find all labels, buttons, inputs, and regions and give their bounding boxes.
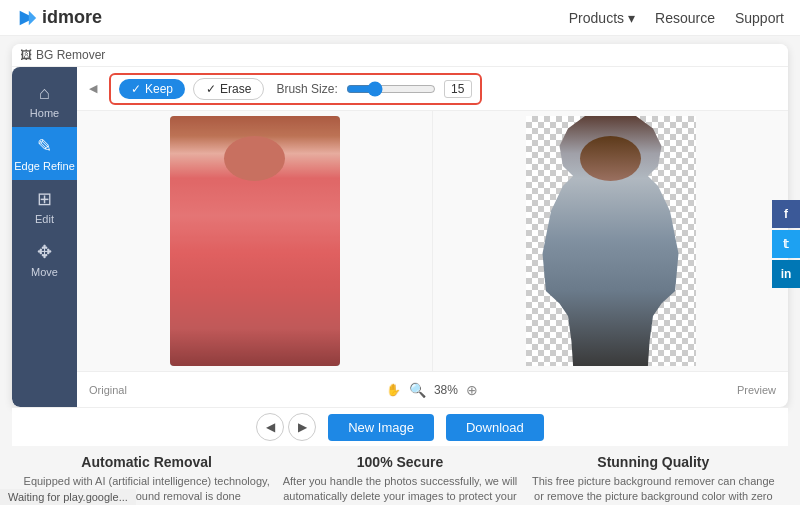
prev-arrow-button[interactable]: ◀: [256, 413, 284, 441]
edit-icon: ⊞: [37, 188, 52, 210]
feature-secure-desc: After you handle the photos successfully…: [273, 474, 526, 505]
sidebar-edge-label: Edge Refine: [14, 160, 75, 172]
zoom-out-icon[interactable]: 🔍: [409, 382, 426, 398]
hand-icon[interactable]: ✋: [386, 383, 401, 397]
zoom-in-icon[interactable]: ⊕: [466, 382, 478, 398]
brush-size-slider[interactable]: [346, 81, 436, 97]
logo-icon: [16, 7, 38, 29]
back-arrow-icon[interactable]: ◀: [89, 82, 97, 95]
keep-check-icon: ✓: [131, 82, 141, 96]
bg-remover-icon: 🖼: [20, 48, 32, 62]
sidebar-move-label: Move: [31, 266, 58, 278]
products-label: Products: [569, 10, 624, 26]
logo[interactable]: idmore: [16, 7, 102, 29]
resource-link[interactable]: Resource: [655, 10, 715, 26]
feature-secure: 100% Secure After you handle the photos …: [273, 454, 526, 505]
preview-label: Preview: [737, 384, 776, 396]
svg-marker-1: [29, 10, 36, 25]
new-image-button[interactable]: New Image: [328, 414, 434, 441]
nav-arrows: ◀ ▶: [256, 413, 316, 441]
erase-label: Erase: [220, 82, 251, 96]
keep-label: Keep: [145, 82, 173, 96]
edge-refine-icon: ✎: [37, 135, 52, 157]
toolbar-controls: ✓ Keep ✓ Erase Brush Size: 15: [109, 73, 482, 105]
feature-quality: Stunning Quality This free picture backg…: [527, 454, 780, 505]
sidebar-edit-label: Edit: [35, 213, 54, 225]
status-bar: Waiting for play.google...: [0, 489, 136, 505]
facebook-button[interactable]: f: [772, 200, 800, 228]
image-panels: [77, 111, 788, 371]
result-image-container: [526, 116, 696, 366]
twitter-icon: 𝕥: [783, 237, 789, 251]
linkedin-icon: in: [781, 267, 792, 281]
navbar-links: Products ▾ Resource Support: [569, 10, 784, 26]
keep-button[interactable]: ✓ Keep: [119, 79, 185, 99]
feature-quality-title: Stunning Quality: [527, 454, 780, 470]
original-panel: [77, 111, 433, 371]
logo-text: idmore: [42, 7, 102, 28]
feature-secure-title: 100% Secure: [273, 454, 526, 470]
brush-size-label: Brush Size:: [276, 82, 337, 96]
status-text: Waiting for play.google...: [8, 491, 128, 503]
linkedin-button[interactable]: in: [772, 260, 800, 288]
products-link[interactable]: Products ▾: [569, 10, 635, 26]
social-sidebar: f 𝕥 in: [772, 200, 800, 288]
facebook-icon: f: [784, 207, 788, 221]
tool-toolbar: ◀ ✓ Keep ✓ Erase Brush Size: 15: [77, 67, 788, 111]
panel-title: BG Remover: [36, 48, 105, 62]
next-arrow-button[interactable]: ▶: [288, 413, 316, 441]
move-icon: ✥: [37, 241, 52, 263]
tool-bottom-bar: Original ✋ 🔍 38% ⊕ Preview: [77, 371, 788, 407]
original-label: Original: [89, 384, 127, 396]
panel-header: 🖼 BG Remover: [12, 44, 788, 67]
sidebar-item-home[interactable]: ⌂ Home: [12, 75, 77, 127]
erase-button[interactable]: ✓ Erase: [193, 78, 264, 100]
sidebar-item-edge-refine[interactable]: ✎ Edge Refine: [12, 127, 77, 180]
download-button[interactable]: Download: [446, 414, 544, 441]
chevron-down-icon: ▾: [628, 10, 635, 26]
home-icon: ⌂: [39, 83, 50, 104]
tool-sidebar: ⌂ Home ✎ Edge Refine ⊞ Edit ✥ Move: [12, 67, 77, 407]
brush-size-value: 15: [444, 80, 472, 98]
feature-automatic-title: Automatic Removal: [20, 454, 273, 470]
feature-quality-desc: This free picture background remover can…: [527, 474, 780, 505]
erase-check-icon: ✓: [206, 82, 216, 96]
sidebar-item-move[interactable]: ✥ Move: [12, 233, 77, 286]
twitter-button[interactable]: 𝕥: [772, 230, 800, 258]
zoom-value: 38%: [434, 383, 458, 397]
sidebar-home-label: Home: [30, 107, 59, 119]
zoom-controls: ✋ 🔍 38% ⊕: [386, 382, 478, 398]
tool-main: ◀ ✓ Keep ✓ Erase Brush Size: 15: [77, 67, 788, 407]
support-link[interactable]: Support: [735, 10, 784, 26]
preview-panel: [433, 111, 788, 371]
sidebar-item-edit[interactable]: ⊞ Edit: [12, 180, 77, 233]
navbar: idmore Products ▾ Resource Support: [0, 0, 800, 36]
